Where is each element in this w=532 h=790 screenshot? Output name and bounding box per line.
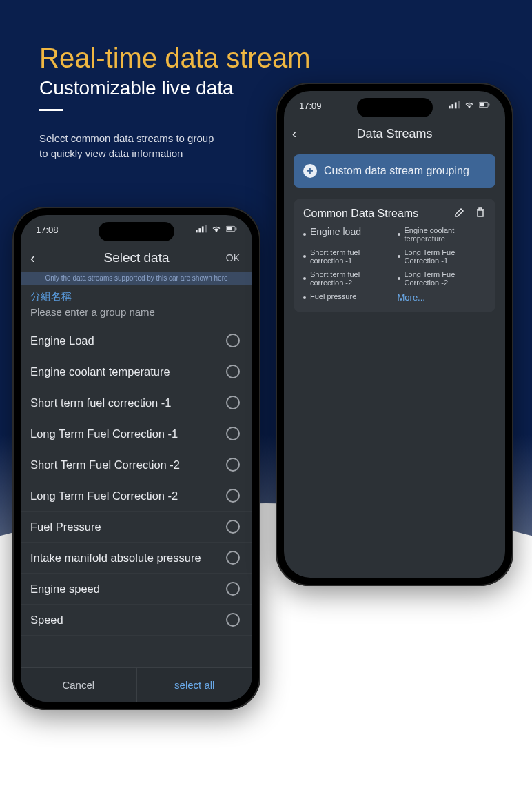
radio-icon[interactable] bbox=[226, 458, 240, 472]
notch bbox=[99, 222, 174, 241]
wifi-icon bbox=[464, 101, 475, 111]
edit-icon[interactable] bbox=[454, 207, 465, 221]
svg-rect-10 bbox=[458, 101, 460, 108]
svg-rect-1 bbox=[198, 228, 201, 232]
stream-item: Fuel pressure bbox=[303, 292, 392, 303]
list-item-label: Speed bbox=[30, 614, 63, 627]
status-time: 17:09 bbox=[299, 101, 322, 111]
hint-banner: Only the data streams supported by this … bbox=[21, 272, 252, 285]
ok-button[interactable]: OK bbox=[226, 252, 240, 263]
radio-icon[interactable] bbox=[226, 613, 240, 627]
hero-title: Real-time data stream bbox=[39, 43, 310, 74]
stream-item: Engine coolant temperature bbox=[398, 226, 487, 243]
radio-icon[interactable] bbox=[226, 551, 240, 565]
svg-rect-7 bbox=[449, 105, 451, 108]
notch bbox=[357, 98, 433, 117]
hero-underline bbox=[39, 109, 63, 111]
phone-select-data: 17:08 ‹ Select data OK Only the data str… bbox=[12, 207, 260, 710]
more-link[interactable]: More... bbox=[398, 292, 487, 303]
radio-icon[interactable] bbox=[226, 489, 240, 503]
stream-item: Engine load bbox=[303, 226, 392, 243]
list-item[interactable]: Fuel Pressure bbox=[21, 512, 252, 543]
list-item[interactable]: Engine coolant temperature bbox=[21, 356, 252, 387]
cellular-icon bbox=[196, 225, 207, 235]
custom-grouping-button[interactable]: + Custom data stream grouping bbox=[294, 154, 495, 188]
list-item-label: Short Term Fuel Correction -2 bbox=[30, 458, 180, 472]
phone-data-streams: 17:09 ‹ Data Streams + Custom data strea… bbox=[276, 83, 513, 586]
battery-icon bbox=[226, 225, 237, 235]
svg-rect-3 bbox=[205, 225, 207, 232]
list-item-label: Intake manifold absolute pressure bbox=[30, 551, 201, 565]
svg-rect-5 bbox=[227, 227, 232, 230]
list-item-label: Long Term Fuel Correction -1 bbox=[30, 427, 178, 440]
list-item-label: Engine coolant temperature bbox=[30, 365, 170, 378]
svg-rect-12 bbox=[480, 103, 484, 105]
stream-item: Short term fuel correction -1 bbox=[303, 248, 392, 265]
svg-rect-8 bbox=[451, 104, 453, 108]
cellular-icon bbox=[449, 101, 460, 111]
page-title: Select data bbox=[103, 250, 169, 265]
group-name-label: 分組名稱 bbox=[30, 290, 243, 303]
page-title: Data Streams bbox=[356, 127, 432, 141]
list-item[interactable]: Long Term Fuel Correction -2 bbox=[21, 480, 252, 512]
list-item[interactable]: Long Term Fuel Correction -1 bbox=[21, 418, 252, 449]
list-item-label: Engine Load bbox=[30, 334, 94, 347]
list-item[interactable]: Engine Load bbox=[21, 325, 252, 356]
back-button[interactable]: ‹ bbox=[292, 127, 296, 141]
back-button[interactable]: ‹ bbox=[30, 250, 35, 266]
stream-item: Long Term Fuel Correction -2 bbox=[398, 270, 487, 287]
hero-subtitle: Customizable live data bbox=[39, 77, 234, 99]
common-streams-card: Common Data Streams Engine loadEngine co… bbox=[294, 199, 495, 312]
stream-item: Short term fuel correction -2 bbox=[303, 270, 392, 287]
plus-icon: + bbox=[303, 164, 317, 178]
list-item[interactable]: Speed bbox=[21, 605, 252, 636]
svg-rect-13 bbox=[489, 103, 489, 105]
svg-rect-14 bbox=[478, 210, 483, 216]
stream-item: Long Term Fuel Correction -1 bbox=[398, 248, 487, 265]
battery-icon bbox=[479, 101, 490, 111]
list-item[interactable]: Intake manifold absolute pressure bbox=[21, 543, 252, 574]
group-name-input[interactable]: Please enter a group name bbox=[30, 306, 243, 318]
status-time: 17:08 bbox=[36, 225, 59, 235]
radio-icon[interactable] bbox=[226, 365, 240, 378]
list-item-label: Long Term Fuel Correction -2 bbox=[30, 489, 178, 503]
radio-icon[interactable] bbox=[226, 334, 240, 347]
bottom-bar: Cancel select all bbox=[21, 667, 252, 702]
common-streams-title: Common Data Streams bbox=[303, 207, 418, 220]
hero-blurb: Select common data streams to group to q… bbox=[39, 131, 218, 161]
radio-icon[interactable] bbox=[226, 520, 240, 534]
radio-icon[interactable] bbox=[226, 582, 240, 596]
list-item-label: Short term fuel correction -1 bbox=[30, 396, 172, 409]
list-item-label: Fuel Pressure bbox=[30, 520, 101, 534]
wifi-icon bbox=[211, 225, 222, 235]
list-item-label: Engine speed bbox=[30, 583, 100, 596]
svg-rect-0 bbox=[196, 230, 198, 232]
list-item[interactable]: Short Term Fuel Correction -2 bbox=[21, 449, 252, 480]
trash-icon[interactable] bbox=[475, 207, 486, 221]
navbar: ‹ Data Streams bbox=[284, 120, 505, 148]
cancel-button[interactable]: Cancel bbox=[21, 668, 137, 702]
radio-icon[interactable] bbox=[226, 396, 240, 409]
list-item[interactable]: Short term fuel correction -1 bbox=[21, 387, 252, 418]
data-stream-list[interactable]: Engine LoadEngine coolant temperatureSho… bbox=[21, 325, 252, 667]
group-name-field[interactable]: 分組名稱 Please enter a group name bbox=[21, 285, 252, 325]
svg-rect-9 bbox=[455, 102, 457, 108]
svg-rect-2 bbox=[202, 226, 204, 232]
svg-rect-6 bbox=[236, 227, 236, 230]
select-all-button[interactable]: select all bbox=[137, 668, 253, 702]
list-item[interactable]: Engine speed bbox=[21, 574, 252, 605]
custom-grouping-label: Custom data stream grouping bbox=[324, 165, 469, 177]
navbar: ‹ Select data OK bbox=[21, 244, 252, 272]
radio-icon[interactable] bbox=[226, 427, 240, 440]
